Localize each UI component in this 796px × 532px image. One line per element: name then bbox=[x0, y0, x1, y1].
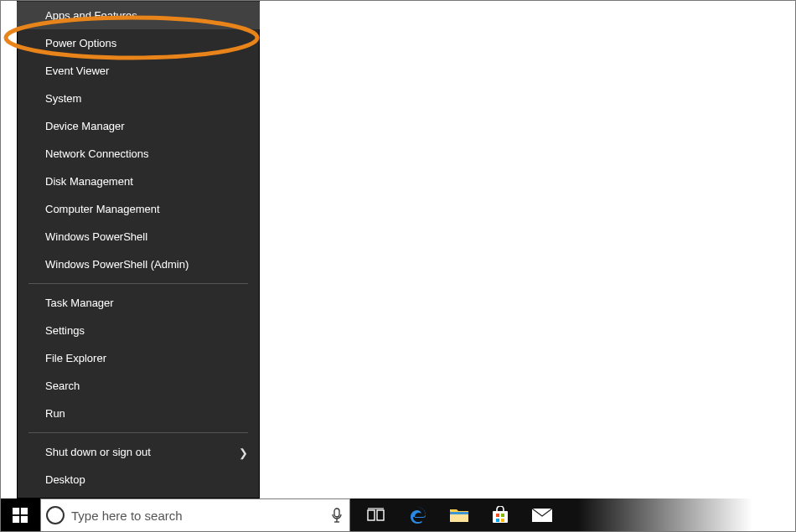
winx-item-disk-management[interactable]: Disk Management bbox=[17, 168, 260, 195]
winx-item-device-manager[interactable]: Device Manager bbox=[17, 112, 260, 140]
menu-separator bbox=[28, 432, 248, 433]
svg-rect-3 bbox=[13, 516, 19, 523]
cortana-icon bbox=[46, 506, 65, 524]
mail-icon[interactable] bbox=[531, 508, 553, 523]
menu-separator bbox=[28, 283, 248, 284]
winx-item-windows-powershell-admin[interactable]: Windows PowerShell (Admin) bbox=[17, 251, 260, 278]
svg-rect-5 bbox=[334, 509, 339, 517]
winx-item-file-explorer[interactable]: File Explorer bbox=[17, 344, 260, 372]
svg-rect-1 bbox=[13, 508, 19, 514]
svg-rect-14 bbox=[496, 514, 499, 517]
winx-item-apps-and-features[interactable]: Apps and Features bbox=[17, 2, 260, 29]
taskbar-search[interactable] bbox=[40, 498, 350, 532]
winx-item-run[interactable]: Run bbox=[17, 400, 260, 427]
winx-menu: Apps and FeaturesPower OptionsEvent View… bbox=[17, 0, 260, 498]
winx-item-windows-powershell[interactable]: Windows PowerShell bbox=[17, 223, 260, 251]
svg-rect-16 bbox=[496, 519, 499, 522]
taskbar bbox=[0, 498, 796, 532]
svg-rect-15 bbox=[501, 514, 504, 517]
svg-rect-12 bbox=[450, 512, 468, 514]
search-input[interactable] bbox=[70, 508, 326, 524]
winx-item-task-manager[interactable]: Task Manager bbox=[17, 289, 260, 317]
chevron-right-icon: ❯ bbox=[239, 446, 248, 458]
svg-rect-17 bbox=[501, 519, 504, 522]
winx-item-search[interactable]: Search bbox=[17, 372, 260, 400]
svg-rect-4 bbox=[21, 516, 28, 523]
winx-item-network-connections[interactable]: Network Connections bbox=[17, 140, 260, 168]
svg-rect-13 bbox=[493, 511, 508, 523]
winx-item-computer-management[interactable]: Computer Management bbox=[17, 195, 260, 223]
windows-logo-icon bbox=[13, 508, 28, 523]
svg-rect-8 bbox=[368, 510, 375, 520]
winx-item-power-options[interactable]: Power Options bbox=[17, 29, 260, 57]
svg-rect-9 bbox=[377, 510, 384, 520]
winx-item-system[interactable]: System bbox=[17, 85, 260, 112]
winx-item-event-viewer[interactable]: Event Viewer bbox=[17, 57, 260, 85]
microsoft-store-icon[interactable] bbox=[491, 506, 509, 524]
microphone-icon[interactable] bbox=[331, 508, 343, 523]
winx-item-settings[interactable]: Settings bbox=[17, 317, 260, 344]
start-button[interactable] bbox=[0, 498, 40, 532]
task-view-icon[interactable] bbox=[367, 508, 385, 523]
winx-item-shut-down-or-sign-out[interactable]: Shut down or sign out❯ bbox=[17, 438, 260, 466]
winx-item-desktop[interactable]: Desktop bbox=[17, 466, 260, 493]
edge-icon[interactable] bbox=[407, 505, 427, 525]
file-explorer-icon[interactable] bbox=[449, 507, 469, 524]
svg-rect-2 bbox=[21, 508, 28, 514]
taskbar-pinned-apps bbox=[350, 498, 553, 532]
